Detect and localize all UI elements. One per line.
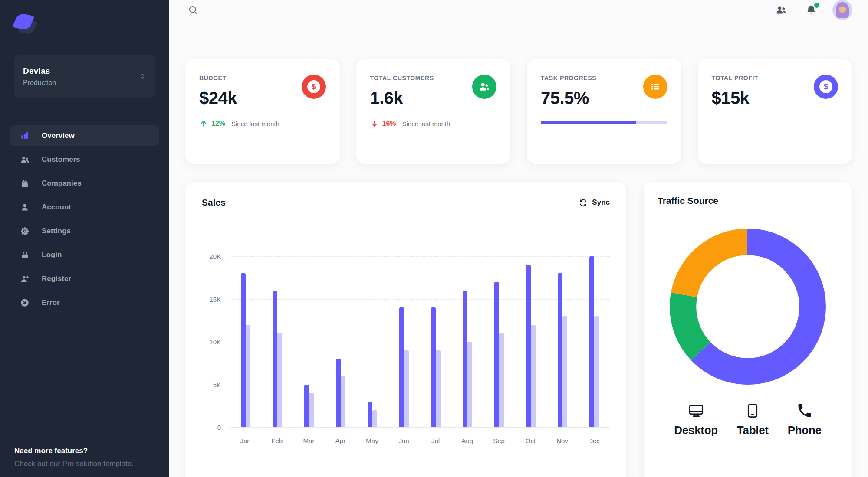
- x-tick-label: Jul: [420, 437, 451, 444]
- sidebar-item-settings[interactable]: Settings: [10, 221, 159, 242]
- stat-label: BUDGET: [199, 75, 237, 82]
- search-button[interactable]: [185, 2, 201, 18]
- footer-text: Check out our Pro solution template.: [14, 460, 155, 468]
- sidebar-item-register[interactable]: Register: [10, 268, 159, 289]
- y-tick-label: 20K: [209, 253, 221, 260]
- trend-value: 12%: [211, 120, 225, 127]
- bar-may-previous: [372, 410, 377, 427]
- notifications-button[interactable]: [803, 2, 819, 18]
- search-icon: [187, 4, 199, 16]
- total-customers-card: TOTAL CUSTOMERS 1.6k 16% Since last mont…: [356, 59, 511, 164]
- sync-icon: [579, 199, 587, 207]
- sync-button[interactable]: Sync: [579, 198, 610, 207]
- bar-feb-previous: [277, 333, 282, 427]
- bar-dec-current: [589, 256, 594, 427]
- sidebar-item-companies[interactable]: Companies: [10, 173, 159, 194]
- sidebar-item-overview[interactable]: Overview: [10, 125, 159, 146]
- bar-aug-previous: [467, 342, 472, 427]
- device-label: Tablet: [737, 424, 769, 437]
- avatar-face: [839, 6, 846, 13]
- users-circle-icon: [472, 75, 496, 99]
- y-tick-label: 15K: [209, 295, 221, 303]
- workspace-selector[interactable]: Devias Production: [14, 55, 155, 98]
- y-tick-label: 5K: [213, 381, 221, 388]
- gear-icon: [20, 226, 30, 236]
- sidebar-item-label: Settings: [42, 227, 71, 235]
- bar-mar-current: [304, 385, 309, 428]
- topbar: [169, 0, 868, 20]
- sidebar-item-account[interactable]: Account: [10, 197, 159, 218]
- task-progress-card: TASK PROGRESS 75.5%: [527, 59, 681, 164]
- dollar-circle-icon: $: [302, 75, 326, 99]
- shopping-bag-icon: [20, 178, 30, 189]
- sidebar-item-label: Companies: [42, 179, 82, 188]
- sidebar-item-label: Customers: [42, 155, 80, 164]
- bar-jan-previous: [246, 325, 250, 427]
- user-icon: [20, 202, 30, 212]
- workspace-environment: Production: [23, 79, 138, 87]
- user-avatar[interactable]: [832, 0, 852, 20]
- footer-heading: Need more features?: [14, 447, 155, 455]
- trend-indicator: 12% Since last month: [199, 119, 326, 128]
- trend-value: 16%: [382, 120, 396, 127]
- users-icon: [775, 4, 787, 16]
- contacts-button[interactable]: [773, 1, 790, 19]
- sidebar-item-label: Error: [42, 298, 60, 307]
- bar-apr-previous: [341, 376, 345, 427]
- desktop-icon: [687, 402, 705, 419]
- legend-phone: Phone: [788, 402, 822, 437]
- bar-jun-previous: [404, 350, 409, 427]
- stat-value: 75.5%: [541, 88, 596, 108]
- bar-group-apr: [325, 256, 356, 427]
- stat-value: 1.6k: [370, 88, 434, 108]
- y-tick-label: 10K: [209, 338, 221, 346]
- bar-sep-previous: [499, 333, 504, 427]
- bar-feb-current: [273, 291, 277, 427]
- bar-group-sep: [483, 256, 515, 427]
- stat-label: TASK PROGRESS: [541, 75, 596, 82]
- bar-group-oct: [515, 256, 546, 427]
- charts-row: Sales Sync 20K15K10K5K0 JanFebMarAprMayJ…: [185, 182, 852, 477]
- gridline: [230, 427, 610, 428]
- task-progress-bar: [541, 121, 667, 124]
- main-area: BUDGET $24k $ 12% Since last month: [169, 0, 868, 477]
- x-tick-label: May: [356, 437, 388, 444]
- dashboard-content: BUDGET $24k $ 12% Since last month: [169, 20, 868, 477]
- bar-jul-current: [431, 307, 436, 427]
- bar-group-dec: [578, 256, 610, 427]
- trend-caption: Since last month: [402, 120, 450, 127]
- arrow-up-icon: [199, 119, 208, 128]
- devias-logo-icon[interactable]: [14, 13, 36, 35]
- bar-group-nov: [546, 256, 578, 427]
- traffic-legend: Desktop Tablet Phone: [658, 402, 838, 437]
- sidebar-item-label: Account: [42, 203, 71, 212]
- stat-label: TOTAL PROFIT: [712, 75, 759, 82]
- sales-plot: [230, 256, 610, 427]
- device-label: Desktop: [674, 424, 717, 437]
- x-tick-label: Dec: [578, 437, 610, 444]
- trend-indicator: 16% Since last month: [370, 119, 497, 128]
- device-label: Phone: [788, 424, 822, 437]
- stats-row: BUDGET $24k $ 12% Since last month: [185, 59, 852, 164]
- x-tick-label: Jan: [230, 437, 261, 444]
- sidebar-item-login[interactable]: Login: [10, 245, 159, 265]
- x-tick-label: Feb: [261, 437, 293, 444]
- x-circle-icon: [20, 297, 30, 308]
- sales-chart-card: Sales Sync 20K15K10K5K0 JanFebMarAprMayJ…: [185, 182, 626, 477]
- x-tick-label: Sep: [483, 437, 515, 444]
- bar-may-current: [368, 402, 372, 427]
- sidebar-item-label: Overview: [42, 131, 75, 140]
- traffic-title: Traffic Source: [658, 196, 838, 206]
- sidebar-item-customers[interactable]: Customers: [10, 149, 159, 170]
- arrow-down-icon: [370, 119, 379, 128]
- legend-desktop: Desktop: [674, 402, 717, 437]
- lock-icon: [20, 250, 30, 260]
- bar-group-mar: [293, 256, 325, 427]
- workspace-name: Devias: [23, 66, 138, 76]
- x-tick-label: Oct: [515, 437, 546, 444]
- bar-sep-current: [494, 282, 499, 427]
- sidebar-item-error[interactable]: Error: [10, 292, 159, 313]
- task-progress-fill: [541, 121, 636, 124]
- x-tick-label: Apr: [325, 437, 356, 444]
- dollar-circle-icon: $: [814, 75, 838, 99]
